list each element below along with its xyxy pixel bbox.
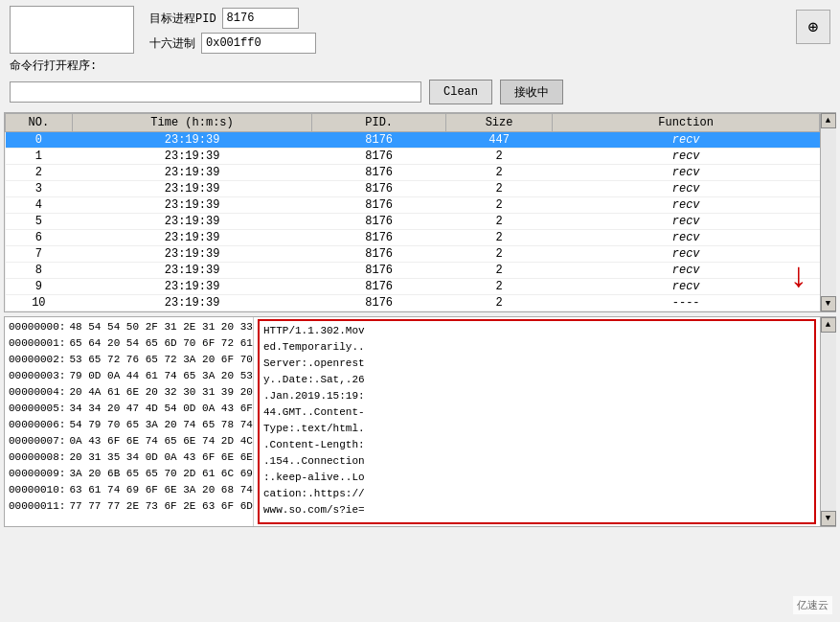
cell-pid: 8176 <box>312 181 445 197</box>
cell-func: recv <box>553 165 820 181</box>
hex-row: 00000006:54 79 70 65 3A 20 74 65 78 74 2… <box>9 417 249 433</box>
cell-time: 23:19:39 <box>72 230 312 246</box>
cell-time: 23:19:39 <box>72 132 312 149</box>
cell-size: 2 <box>445 214 552 230</box>
col-no: NO. <box>6 114 73 132</box>
hex-row: 00000004:20 4A 61 6E 20 32 30 31 39 20 3… <box>9 384 249 401</box>
col-size: Size <box>445 114 552 132</box>
table-row[interactable]: 5 23:19:39 8176 2 recv <box>6 214 820 230</box>
cell-no: 8 <box>6 263 73 279</box>
table-row[interactable]: 2 23:19:39 8176 2 recv <box>6 165 820 181</box>
text-row: 44.GMT..Content- <box>263 404 810 421</box>
target-pid-label: 目标进程PID <box>149 11 216 27</box>
cell-time: 23:19:39 <box>72 246 312 263</box>
cell-time: 23:19:39 <box>72 214 312 230</box>
table-row[interactable]: 4 23:19:39 8176 2 recv <box>6 197 820 214</box>
scroll-up-btn[interactable]: ▲ <box>821 113 836 128</box>
cell-pid: 8176 <box>312 263 445 279</box>
text-interpretation-panel: HTTP/1.1.302.Moved.Temporarily..Server:.… <box>254 317 820 526</box>
text-row: Type:.text/html. <box>263 421 810 437</box>
table-row[interactable]: 1 23:19:39 8176 2 recv <box>6 149 820 165</box>
cell-no: 1 <box>6 149 73 165</box>
cell-no: 5 <box>6 214 73 230</box>
col-pid: PID. <box>312 114 445 132</box>
bottom-scrollbar[interactable]: ▲ ▼ <box>820 317 835 526</box>
cell-func: recv <box>553 181 820 197</box>
hex-label: 十六进制 <box>149 35 195 52</box>
cell-pid: 8176 <box>312 165 445 181</box>
table-row[interactable]: 10 23:19:39 8176 2 ---- <box>6 295 820 311</box>
cell-time: 23:19:39 <box>72 181 312 197</box>
cell-func: recv <box>553 132 820 149</box>
cell-no: 9 <box>6 279 73 295</box>
hex-row: 00000010:63 61 74 69 6F 6E 3A 20 68 74 7… <box>9 482 249 498</box>
cell-func: recv <box>553 197 820 214</box>
cell-size: 2 <box>445 263 552 279</box>
cell-no: 7 <box>6 246 73 263</box>
text-row: .154..Connection <box>263 453 810 470</box>
cell-time: 23:19:39 <box>72 279 312 295</box>
cell-size: 2 <box>445 279 552 295</box>
receiving-button[interactable]: 接收中 <box>500 80 563 104</box>
cell-size: 2 <box>445 295 552 311</box>
watermark: 亿速云 <box>793 596 832 614</box>
bottom-scroll-up[interactable]: ▲ <box>821 317 836 333</box>
col-function: Function <box>553 114 820 132</box>
hex-row: 00000000:48 54 54 50 2F 31 2E 31 20 33 3… <box>9 319 249 335</box>
text-row: ed.Temporarily.. <box>263 339 810 356</box>
bottom-scroll-track <box>821 333 836 511</box>
cell-size: 2 <box>445 230 552 246</box>
cell-no: 6 <box>6 230 73 246</box>
text-row: .Content-Length: <box>263 437 810 453</box>
hex-row: 00000005:34 34 20 47 4D 54 0D 0A 43 6F 6… <box>9 401 249 417</box>
scroll-track <box>821 128 836 296</box>
hex-row: 00000003:79 0D 0A 44 61 74 65 3A 20 53 6… <box>9 368 249 384</box>
cell-size: 2 <box>445 246 552 263</box>
text-row: Server:.openrest <box>263 356 810 372</box>
table-scrollbar[interactable]: ▲ ↓ ▼ <box>820 113 835 311</box>
hex-row: 00000001:65 64 20 54 65 6D 70 6F 72 61 7… <box>9 335 249 352</box>
cell-pid: 8176 <box>312 149 445 165</box>
hex-dump-panel: 00000000:48 54 54 50 2F 31 2E 31 20 33 3… <box>5 317 254 526</box>
text-row: .Jan.2019.15:19: <box>263 388 810 404</box>
cell-pid: 8176 <box>312 214 445 230</box>
cell-func: ---- <box>553 295 820 311</box>
hex-input[interactable] <box>201 33 316 54</box>
text-row: HTTP/1.1.302.Mov <box>263 323 810 339</box>
text-row: www.so.com/s?ie= <box>263 502 810 518</box>
table-row[interactable]: 3 23:19:39 8176 2 recv <box>6 181 820 197</box>
bottom-scroll-down[interactable]: ▼ <box>821 511 836 526</box>
process-name-field <box>10 6 134 54</box>
cell-no: 0 <box>6 132 73 149</box>
table-row[interactable]: 8 23:19:39 8176 2 recv <box>6 263 820 279</box>
cell-size: 2 <box>445 197 552 214</box>
cell-no: 2 <box>6 165 73 181</box>
text-row: cation:.https:// <box>263 486 810 502</box>
hex-row: 00000009:3A 20 6B 65 65 70 2D 61 6C 69 7… <box>9 466 249 482</box>
cell-pid: 8176 <box>312 246 445 263</box>
cell-time: 23:19:39 <box>72 295 312 311</box>
cell-func: recv <box>553 263 820 279</box>
cell-func: recv <box>553 246 820 263</box>
cell-func: recv <box>553 149 820 165</box>
data-table: NO. Time (h:m:s) PID. Size Function 0 23… <box>5 113 820 311</box>
target-icon[interactable]: ⊕ <box>796 10 830 44</box>
scroll-down-btn[interactable]: ▼ <box>821 296 836 311</box>
clean-button[interactable]: Clean <box>429 80 492 104</box>
cmd-label: 命令行打开程序: <box>10 58 97 74</box>
hex-row: 00000008:20 31 35 34 0D 0A 43 6F 6E 6E 6… <box>9 449 249 466</box>
cell-size: 2 <box>445 149 552 165</box>
cell-no: 3 <box>6 181 73 197</box>
table-row[interactable]: 6 23:19:39 8176 2 recv <box>6 230 820 246</box>
pid-input[interactable] <box>222 8 299 29</box>
text-row: y..Date:.Sat,.26 <box>263 372 810 388</box>
table-row[interactable]: 9 23:19:39 8176 2 recv <box>6 279 820 295</box>
cell-pid: 8176 <box>312 132 445 149</box>
cell-pid: 8176 <box>312 230 445 246</box>
hex-row: 00000007:0A 43 6F 6E 74 65 6E 74 2D 4C 6… <box>9 433 249 449</box>
table-row[interactable]: 0 23:19:39 8176 447 recv <box>6 132 820 149</box>
table-row[interactable]: 7 23:19:39 8176 2 recv <box>6 246 820 263</box>
cmd-input[interactable] <box>10 81 421 103</box>
cell-no: 10 <box>6 295 73 311</box>
cell-no: 4 <box>6 197 73 214</box>
